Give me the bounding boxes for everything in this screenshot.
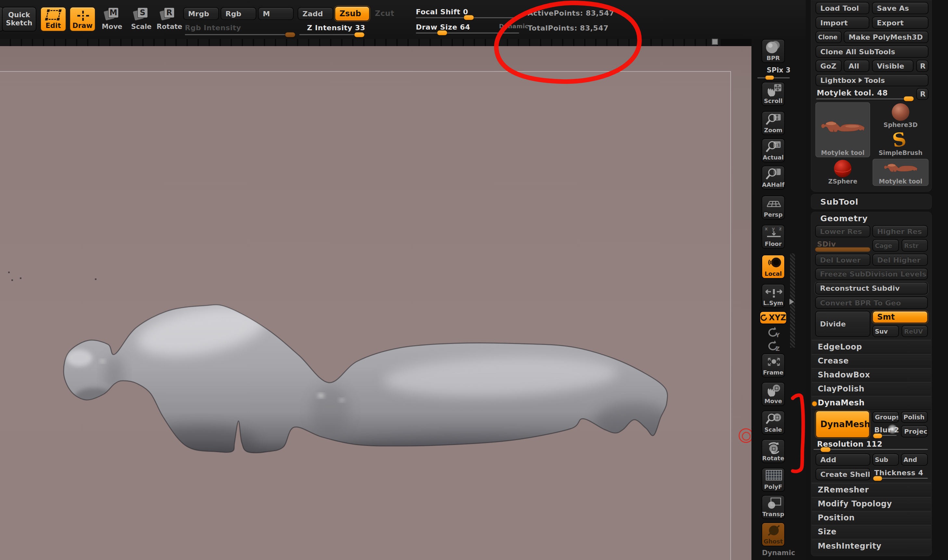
convert-bpr-button[interactable]: Convert BPR To Geo [815,297,928,309]
shelf-dynamic-label[interactable]: Dynamic [751,549,806,557]
tool-slider-handle[interactable] [903,96,914,102]
xyz-button[interactable]: XYZ [760,311,787,324]
shelf-move-button[interactable]: Move [762,382,785,406]
zremesher-row[interactable]: ZRemesher [811,483,931,497]
meshintegrity-row[interactable]: MeshIntegrity [811,538,931,552]
size-row[interactable]: Size [811,525,931,538]
zcut-label[interactable]: Zcut [375,9,394,17]
import-button[interactable]: Import [816,17,870,29]
thumbnail-motylek-tool[interactable]: Motylek tool [873,159,928,186]
goz-visible-button[interactable]: Visible [872,60,914,72]
goz-button[interactable]: GoZ [816,60,842,72]
goz-all-button[interactable]: All [844,60,870,72]
polyf-button[interactable]: PolyF [762,468,785,492]
add-button[interactable]: Add [816,454,870,466]
save-as-button[interactable]: Save As [872,2,928,14]
lsym-button[interactable]: L.Sym [762,284,785,308]
make-polymesh3d-button[interactable]: Make PolyMesh3D [844,31,928,43]
tool-r-button[interactable]: R [916,88,928,100]
shelf-scale-button[interactable]: Scale [762,411,785,435]
thumbnail-sphere3d[interactable]: Sphere3D [873,102,928,129]
blur-slider-handle[interactable] [873,433,882,438]
thumbnail-simplebrush[interactable]: S SimpleBrush [873,130,928,157]
draw-size-slider[interactable] [416,32,519,34]
mrgb-button[interactable]: Mrgb [183,7,219,20]
sub-button[interactable]: Sub [872,454,899,466]
m-button[interactable]: M [258,7,294,20]
tool-slider[interactable] [816,98,914,100]
suv-button[interactable]: Suv [872,325,899,337]
move-icon-front[interactable]: M [109,8,118,17]
dynamesh-row[interactable]: DynaMesh [811,395,931,409]
sdiv-slider[interactable] [815,247,870,252]
reconstruct-subdiv-button[interactable]: Reconstruct Subdiv [815,282,928,295]
move-label[interactable]: Move [101,23,123,31]
lightbox-tools-button[interactable]: Lightbox Tools [816,74,928,86]
canvas-viewport[interactable] [0,46,751,560]
shelf-scroll-arrow[interactable] [789,299,794,305]
thickness-slider-handle[interactable] [873,476,882,481]
thumbnail-zsphere[interactable]: ZSphere [816,159,870,186]
shelf-rotate-button[interactable]: Rotate [762,439,785,463]
smt-button[interactable]: Smt [872,311,928,323]
spix-slider-handle[interactable] [765,75,774,80]
edit-button[interactable]: Edit [40,7,66,31]
persp-button[interactable]: Persp [762,195,785,220]
rotate-label[interactable]: Rotate [157,23,179,31]
edgeloop-row[interactable]: EdgeLoop [811,340,931,354]
rotate-z-icon[interactable]: Z [766,340,781,352]
rgb-intensity-slider[interactable] [185,34,295,35]
cage-button[interactable]: Cage [872,239,899,252]
dynamic-mode-label[interactable]: Dynamic [499,23,529,29]
shadowbox-row[interactable]: ShadowBox [811,368,931,382]
rotate-icon-front[interactable]: R [165,8,174,17]
scale-icon-front[interactable]: S [138,8,148,17]
divide-button[interactable]: Divide [815,311,870,337]
quick-sketch-button[interactable]: Quick Sketch [2,7,36,31]
export-button[interactable]: Export [872,17,928,29]
current-tool-name[interactable]: Motylek tool. 48 [817,89,888,97]
modify-topology-row[interactable]: Modify Topology [811,497,931,511]
scale-label[interactable]: Scale [130,23,153,31]
del-higher-button[interactable]: Del Higher [872,254,928,266]
reuv-button[interactable]: ReUV [902,325,928,337]
zsub-button[interactable]: Zsub [335,6,370,21]
goz-r-button[interactable]: R [916,60,928,72]
lower-res-button[interactable]: Lower Res [815,225,870,237]
polish-button[interactable]: Polish [901,411,928,423]
tray-divider-handle[interactable] [712,38,718,45]
local-button[interactable]: Local [762,255,785,279]
claypolish-row[interactable]: ClayPolish [811,382,931,395]
draw-button[interactable]: Draw [69,7,95,31]
freeze-subdivision-button[interactable]: Freeze SubDivision Levels [815,268,928,280]
floor-button[interactable]: x y z Floor [762,225,785,249]
rotate-y-icon[interactable]: Y [766,326,781,338]
crease-row[interactable]: Crease [811,354,931,368]
thumbnail-active-tool[interactable]: Motylek tool [816,102,870,157]
z-intensity-slider-handle[interactable] [354,32,365,37]
create-shell-button[interactable]: Create Shell [816,468,870,480]
dynamesh-button[interactable]: DynaMesh [816,411,870,438]
frame-button[interactable]: Frame [762,354,785,377]
actual-button[interactable]: x1 Actual [762,138,785,162]
clone-all-subtools-button[interactable]: Clone All SubTools [816,46,928,58]
draw-size-slider-handle[interactable] [437,30,447,35]
groups-button[interactable]: Groups [872,411,899,423]
thickness-label[interactable]: Thickness 4 [874,469,923,477]
resolution-slider-handle[interactable] [820,447,831,452]
clone-button[interactable]: Clone [816,31,842,43]
subtool-header[interactable]: SubTool [820,197,858,206]
scroll-button[interactable]: Scroll [762,82,785,106]
bpr-button[interactable]: BPR [762,39,785,63]
transp-button[interactable]: Transp [762,495,785,519]
del-lower-button[interactable]: Del Lower [815,254,870,266]
rstr-button[interactable]: Rstr [902,239,928,252]
ghost-button[interactable]: Ghost [762,522,785,546]
project-button[interactable]: Project [901,425,928,437]
load-tool-button[interactable]: Load Tool [816,2,870,14]
focal-shift-slider-handle[interactable] [463,15,474,20]
aahalf-button[interactable]: AAHalf [762,166,785,190]
rgb-intensity-slider-handle[interactable] [285,32,295,37]
position-row[interactable]: Position [811,511,931,525]
zadd-button[interactable]: Zadd [298,7,333,20]
